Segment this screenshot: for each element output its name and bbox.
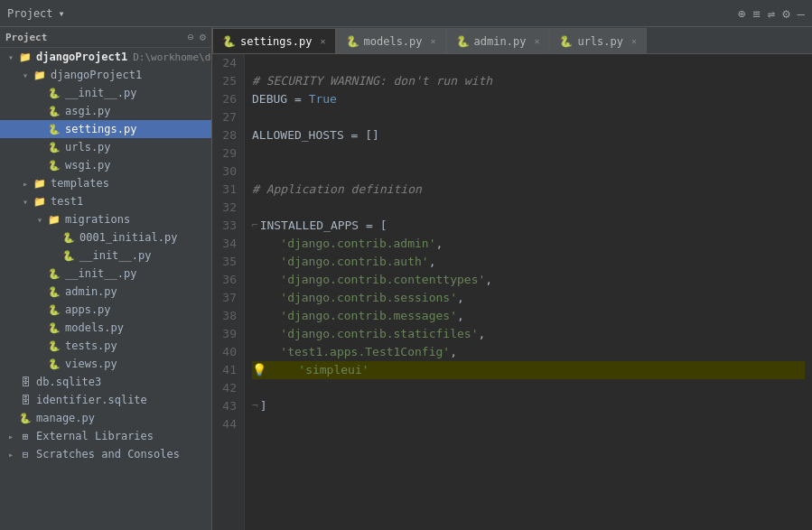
tree-item[interactable]: 🐍 urls.py bbox=[0, 138, 211, 156]
tab-settings[interactable]: 🐍 settings.py ✕ bbox=[212, 28, 336, 53]
code-line-25: # SECURITY WARNING: don't run with bbox=[252, 72, 805, 90]
python-file-icon: 🐍 bbox=[47, 321, 61, 335]
main-area: Project ⊖ ⚙ ▾ 📁 djangoProject1 D:\workho… bbox=[0, 27, 812, 530]
db-file-icon: 🗄 bbox=[18, 375, 33, 389]
python-tab-icon: 🐍 bbox=[222, 35, 236, 48]
title-bar: Project ▾ ⊕ ≡ ⇌ ⚙ — bbox=[0, 0, 812, 27]
tree-item-scratches[interactable]: ▸ ⊟ Scratches and Consoles bbox=[0, 445, 211, 463]
code-line-36: 'django.contrib.contenttypes' , bbox=[252, 271, 805, 289]
code-line-43: ¬ ] bbox=[252, 397, 805, 415]
code-line-31: # Application definition bbox=[252, 181, 805, 199]
tree-item[interactable]: 🐍 0001_initial.py bbox=[0, 228, 211, 246]
tab-close-admin[interactable]: ✕ bbox=[534, 36, 539, 46]
tab-urls[interactable]: 🐍 urls.py ✕ bbox=[549, 28, 647, 53]
python-file-icon: 🐍 bbox=[47, 86, 61, 100]
sidebar-header-icons: ⊖ ⚙ bbox=[188, 31, 206, 43]
library-icon: ⊞ bbox=[18, 429, 33, 443]
warning-icon[interactable]: 💡 bbox=[252, 361, 266, 379]
chevron-down-icon: ▾ bbox=[59, 7, 65, 20]
folder-icon: 📁 bbox=[33, 194, 47, 209]
editor-panel: 🐍 settings.py ✕ 🐍 models.py ✕ 🐍 admin.py… bbox=[212, 27, 812, 530]
python-file-icon: 🐍 bbox=[47, 266, 61, 281]
code-line-40: 'test1.apps.Test1Config' , bbox=[252, 343, 805, 361]
python-file-icon: 🐍 bbox=[61, 230, 76, 245]
code-line-42 bbox=[252, 379, 805, 397]
code-line-35: 'django.contrib.auth' , bbox=[252, 253, 805, 271]
tree-item[interactable]: 🐍 __init__.py bbox=[0, 246, 211, 265]
add-icon[interactable]: ⊕ bbox=[738, 6, 745, 21]
tree-item[interactable]: ▾ 📁 djangoProject1 bbox=[0, 66, 211, 84]
tree-item-templates[interactable]: ▸ 📁 templates bbox=[0, 174, 211, 192]
tree-item[interactable]: 🐍 __init__.py bbox=[0, 265, 211, 283]
sidebar-header: Project ⊖ ⚙ bbox=[0, 27, 211, 48]
tree-item-manage[interactable]: 🐍 manage.py bbox=[0, 409, 211, 427]
code-line-29 bbox=[252, 144, 805, 163]
file-tree-sidebar: Project ⊖ ⚙ ▾ 📁 djangoProject1 D:\workho… bbox=[0, 27, 212, 530]
tree-item-test1[interactable]: ▾ 📁 test1 bbox=[0, 192, 211, 210]
chevron-icon: ▾ bbox=[33, 215, 47, 225]
tree-item[interactable]: 🐍 admin.py bbox=[0, 283, 211, 301]
python-file-icon: 🐍 bbox=[47, 158, 61, 172]
tree-item-external[interactable]: ▸ ⊞ External Libraries bbox=[0, 427, 211, 445]
list-icon[interactable]: ≡ bbox=[752, 6, 760, 21]
title-bar-left: Project ▾ bbox=[7, 7, 65, 20]
tree-item[interactable]: 🐍 apps.py bbox=[0, 301, 211, 319]
tree-item[interactable]: 🐍 __init__.py bbox=[0, 84, 211, 102]
tree-item-migrations[interactable]: ▾ 📁 migrations bbox=[0, 210, 211, 228]
bracket-close-indicator: ¬ bbox=[252, 397, 258, 415]
tree-item[interactable]: 🐍 asgi.py bbox=[0, 102, 211, 120]
chevron-icon: ▾ bbox=[4, 52, 18, 62]
tree-item[interactable]: ▾ 📁 djangoProject1 D:\workhome\djangoPro… bbox=[0, 48, 211, 66]
tab-close-urls[interactable]: ✕ bbox=[631, 36, 637, 46]
code-line-28: ALLOWED_HOSTS = [] bbox=[252, 126, 805, 144]
python-file-icon: 🐍 bbox=[47, 140, 61, 154]
tree-item-db[interactable]: 🗄 db.sqlite3 bbox=[0, 373, 211, 391]
tab-admin[interactable]: 🐍 admin.py ✕ bbox=[446, 28, 550, 53]
code-line-32 bbox=[252, 199, 805, 217]
python-tab-icon: 🐍 bbox=[559, 35, 573, 48]
settings-icon[interactable]: ⚙ bbox=[782, 6, 789, 21]
code-line-27 bbox=[252, 108, 805, 126]
bracket-indicator: ⌐ bbox=[252, 217, 258, 235]
python-file-icon: 🐍 bbox=[47, 104, 61, 118]
python-file-icon: 🐍 bbox=[47, 284, 61, 299]
sidebar-title: Project bbox=[5, 32, 47, 43]
tree-item[interactable]: 🐍 wsgi.py bbox=[0, 156, 211, 174]
code-content[interactable]: # SECURITY WARNING: don't run with DEBUG… bbox=[245, 54, 812, 530]
code-line-24 bbox=[252, 54, 805, 72]
code-line-39: 'django.contrib.staticfiles' , bbox=[252, 325, 805, 343]
code-line-30 bbox=[252, 163, 805, 181]
python-file-icon: 🐍 bbox=[47, 302, 61, 317]
tab-models[interactable]: 🐍 models.py ✕ bbox=[336, 28, 446, 53]
code-line-44 bbox=[252, 415, 805, 433]
python-tab-icon: 🐍 bbox=[346, 35, 359, 48]
split-icon[interactable]: ⇌ bbox=[768, 6, 775, 21]
folder-icon: 📁 bbox=[33, 68, 47, 82]
collapse-icon[interactable]: ⊖ bbox=[188, 31, 194, 43]
chevron-icon: ▾ bbox=[18, 197, 33, 207]
title-bar-icons: ⊕ ≡ ⇌ ⚙ — bbox=[738, 6, 805, 21]
tab-close-models[interactable]: ✕ bbox=[431, 36, 436, 46]
minimize-icon[interactable]: — bbox=[798, 6, 805, 21]
tree-item-settings[interactable]: 🐍 settings.py bbox=[0, 120, 211, 138]
tree-item[interactable]: 🐍 tests.py bbox=[0, 337, 211, 355]
folder-icon: 📁 bbox=[18, 50, 33, 64]
python-file-icon: 🐍 bbox=[61, 248, 76, 263]
chevron-icon: ▸ bbox=[18, 179, 33, 189]
line-numbers: 24 25 26 27 28 29 30 31 32 33 34 35 36 3… bbox=[212, 54, 245, 530]
python-tab-icon: 🐍 bbox=[456, 35, 470, 48]
code-line-34: 'django.contrib.admin' , bbox=[252, 235, 805, 253]
db-file-icon: 🗄 bbox=[18, 393, 33, 407]
code-editor: 24 25 26 27 28 29 30 31 32 33 34 35 36 3… bbox=[212, 54, 812, 530]
python-file-icon: 🐍 bbox=[47, 339, 61, 353]
tree-item[interactable]: 🐍 models.py bbox=[0, 319, 211, 337]
settings-gear-icon[interactable]: ⚙ bbox=[200, 31, 206, 43]
python-file-icon: 🐍 bbox=[18, 411, 33, 425]
tab-close-settings[interactable]: ✕ bbox=[320, 36, 325, 46]
code-line-38: 'django.contrib.messages' , bbox=[252, 307, 805, 325]
project-label: Project bbox=[7, 7, 53, 20]
console-icon: ⊟ bbox=[18, 447, 33, 461]
tree-item[interactable]: 🐍 views.py bbox=[0, 355, 211, 373]
code-line-37: 'django.contrib.sessions' , bbox=[252, 289, 805, 307]
tree-item-identifier[interactable]: 🗄 identifier.sqlite bbox=[0, 391, 211, 409]
